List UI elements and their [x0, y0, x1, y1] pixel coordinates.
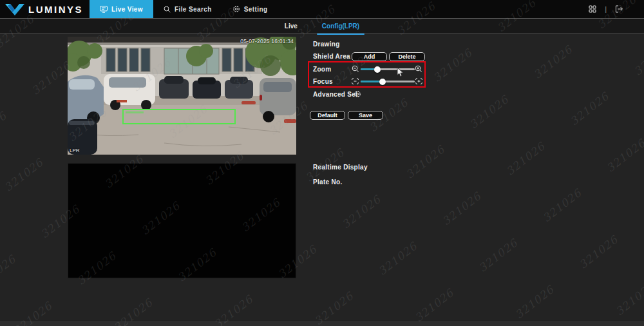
nav-file-search-label: File Search	[175, 6, 212, 13]
drawing-section-label: Drawing	[313, 41, 340, 48]
nav-right-icons: |	[589, 5, 644, 13]
live-video-preview[interactable]: 05-07-2025 16:01:34 LPR	[68, 37, 296, 155]
stream-label: LPR	[70, 148, 80, 153]
nav-item-live-view[interactable]: Live View	[90, 0, 153, 18]
top-nav-bar: LUMINYS Live View File Search Setting	[0, 0, 644, 18]
zoom-in-icon[interactable]	[415, 65, 422, 73]
logout-icon[interactable]	[615, 5, 623, 13]
zoom-slider-thumb[interactable]	[374, 66, 381, 73]
advanced-gear-icon[interactable]	[354, 90, 361, 98]
tab-live[interactable]: Live	[282, 21, 300, 32]
realtime-display-label: Realtime Display	[313, 164, 368, 171]
focus-slider[interactable]	[361, 81, 415, 82]
roi-label-mark	[126, 111, 144, 113]
shield-area-roi[interactable]	[122, 109, 236, 124]
sub-tab-bar: Live Config(LPR)	[0, 18, 644, 34]
focus-near-icon[interactable]	[351, 77, 359, 85]
search-icon	[164, 6, 171, 13]
focus-slider-thumb[interactable]	[379, 79, 386, 85]
focus-far-icon[interactable]	[415, 77, 423, 85]
video-timestamp: 05-07-2025 16:01:34	[240, 38, 294, 44]
nav-separator: |	[605, 5, 607, 13]
nav-item-file-search[interactable]: File Search	[153, 0, 222, 18]
advanced-set-label: Advanced Set	[313, 91, 358, 98]
zoom-out-icon[interactable]	[352, 65, 359, 73]
default-button[interactable]: Default	[310, 111, 345, 120]
live-view-icon	[100, 6, 108, 13]
camera-frame	[68, 37, 296, 155]
nav-item-setting[interactable]: Setting	[222, 0, 278, 18]
secondary-video-panel[interactable]	[68, 163, 296, 278]
tab-config-lpr[interactable]: Config(LPR)	[319, 21, 362, 32]
brand-logo: LUMINYS	[0, 2, 90, 16]
add-button[interactable]: Add	[352, 52, 387, 61]
grid-layout-icon[interactable]	[589, 5, 596, 13]
save-button[interactable]: Save	[348, 111, 383, 120]
zoom-slider[interactable]	[361, 68, 415, 70]
zoom-label: Zoom	[313, 66, 331, 73]
luminys-v-icon	[5, 2, 24, 16]
nav-live-view-label: Live View	[111, 6, 143, 13]
gear-icon	[232, 5, 240, 13]
footer-strip	[0, 321, 644, 326]
brand-name: LUMINYS	[28, 4, 83, 15]
delete-button[interactable]: Delete	[389, 52, 425, 61]
plate-no-label: Plate No.	[313, 178, 343, 186]
nav-setting-label: Setting	[244, 6, 268, 13]
focus-label: Focus	[313, 78, 333, 85]
